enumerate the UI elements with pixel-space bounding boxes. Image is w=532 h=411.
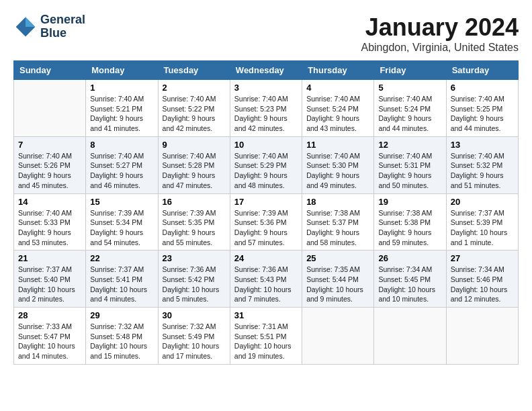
location: Abingdon, Virginia, United States [361, 42, 519, 54]
day-number: 10 [234, 140, 298, 150]
day-info: Sunrise: 7:39 AMSunset: 5:35 PMDaylight:… [163, 208, 226, 248]
day-info: Sunrise: 7:40 AMSunset: 5:30 PMDaylight:… [306, 151, 369, 191]
calendar-cell [14, 80, 86, 137]
day-number: 15 [90, 197, 153, 207]
calendar-cell: 22 Sunrise: 7:37 AMSunset: 5:41 PMDaylig… [86, 250, 158, 308]
day-number: 5 [378, 83, 441, 93]
day-info: Sunrise: 7:40 AMSunset: 5:27 PMDaylight:… [90, 151, 153, 191]
day-info: Sunrise: 7:34 AMSunset: 5:45 PMDaylight:… [378, 265, 441, 304]
day-info: Sunrise: 7:37 AMSunset: 5:39 PMDaylight:… [451, 208, 514, 248]
calendar-cell: 1 Sunrise: 7:40 AMSunset: 5:21 PMDayligh… [86, 80, 158, 137]
calendar-cell: 2 Sunrise: 7:40 AMSunset: 5:22 PMDayligh… [158, 80, 230, 137]
calendar-cell: 25 Sunrise: 7:35 AMSunset: 5:44 PMDaylig… [302, 250, 374, 308]
calendar-cell: 30 Sunrise: 7:32 AMSunset: 5:49 PMDaylig… [158, 308, 230, 365]
logo-icon [13, 15, 38, 39]
day-number: 2 [163, 83, 226, 93]
day-number: 17 [234, 197, 298, 207]
calendar-cell: 19 Sunrise: 7:38 AMSunset: 5:38 PMDaylig… [374, 193, 446, 250]
calendar-cell: 21 Sunrise: 7:37 AMSunset: 5:40 PMDaylig… [14, 250, 86, 308]
calendar-cell: 9 Sunrise: 7:40 AMSunset: 5:28 PMDayligh… [158, 136, 230, 193]
calendar-cell [302, 308, 374, 365]
day-info: Sunrise: 7:36 AMSunset: 5:43 PMDaylight:… [234, 265, 298, 304]
day-number: 26 [378, 253, 441, 263]
calendar-cell: 12 Sunrise: 7:40 AMSunset: 5:31 PMDaylig… [374, 136, 446, 193]
day-number: 24 [234, 253, 298, 263]
calendar-cell: 8 Sunrise: 7:40 AMSunset: 5:27 PMDayligh… [86, 136, 158, 193]
day-number: 3 [234, 83, 298, 93]
day-number: 29 [90, 310, 153, 320]
calendar-cell: 15 Sunrise: 7:39 AMSunset: 5:34 PMDaylig… [86, 193, 158, 250]
calendar-cell: 28 Sunrise: 7:33 AMSunset: 5:47 PMDaylig… [14, 308, 86, 365]
day-info: Sunrise: 7:39 AMSunset: 5:34 PMDaylight:… [90, 208, 153, 248]
day-info: Sunrise: 7:40 AMSunset: 5:31 PMDaylight:… [378, 151, 441, 191]
day-info: Sunrise: 7:34 AMSunset: 5:46 PMDaylight:… [451, 265, 514, 304]
svg-marker-1 [26, 17, 35, 26]
calendar-cell: 13 Sunrise: 7:40 AMSunset: 5:32 PMDaylig… [446, 136, 518, 193]
day-info: Sunrise: 7:40 AMSunset: 5:33 PMDaylight:… [18, 208, 81, 248]
day-number: 14 [18, 197, 81, 207]
logo: General Blue [13, 13, 85, 40]
day-number: 22 [90, 253, 153, 263]
calendar-cell [374, 308, 446, 365]
calendar-cell: 27 Sunrise: 7:34 AMSunset: 5:46 PMDaylig… [446, 250, 518, 308]
day-info: Sunrise: 7:40 AMSunset: 5:21 PMDaylight:… [90, 94, 153, 134]
calendar-cell: 14 Sunrise: 7:40 AMSunset: 5:33 PMDaylig… [14, 193, 86, 250]
day-info: Sunrise: 7:40 AMSunset: 5:26 PMDaylight:… [18, 151, 81, 191]
calendar-cell: 7 Sunrise: 7:40 AMSunset: 5:26 PMDayligh… [14, 136, 86, 193]
day-number: 11 [306, 140, 369, 150]
calendar-cell: 3 Sunrise: 7:40 AMSunset: 5:23 PMDayligh… [230, 80, 302, 137]
calendar-cell: 26 Sunrise: 7:34 AMSunset: 5:45 PMDaylig… [374, 250, 446, 308]
day-number: 20 [451, 197, 514, 207]
weekday-header: Tuesday [158, 61, 230, 80]
day-info: Sunrise: 7:40 AMSunset: 5:28 PMDaylight:… [163, 151, 226, 191]
day-info: Sunrise: 7:36 AMSunset: 5:42 PMDaylight:… [163, 265, 226, 304]
day-number: 8 [90, 140, 153, 150]
day-number: 9 [163, 140, 226, 150]
day-info: Sunrise: 7:40 AMSunset: 5:29 PMDaylight:… [234, 151, 298, 191]
day-number: 4 [306, 83, 369, 93]
calendar-cell: 6 Sunrise: 7:40 AMSunset: 5:25 PMDayligh… [446, 80, 518, 137]
calendar-cell [446, 308, 518, 365]
day-number: 19 [378, 197, 441, 207]
calendar-cell: 24 Sunrise: 7:36 AMSunset: 5:43 PMDaylig… [230, 250, 302, 308]
day-number: 12 [378, 140, 441, 150]
month-title: January 2024 [361, 13, 519, 42]
day-info: Sunrise: 7:40 AMSunset: 5:25 PMDaylight:… [451, 94, 514, 134]
page-header: General Blue January 2024 Abingdon, Virg… [13, 13, 519, 54]
calendar-cell: 23 Sunrise: 7:36 AMSunset: 5:42 PMDaylig… [158, 250, 230, 308]
day-number: 21 [18, 253, 81, 263]
calendar-cell: 29 Sunrise: 7:32 AMSunset: 5:48 PMDaylig… [86, 308, 158, 365]
weekday-header: Sunday [14, 61, 86, 80]
weekday-header: Thursday [302, 61, 374, 80]
day-info: Sunrise: 7:40 AMSunset: 5:24 PMDaylight:… [378, 94, 441, 134]
calendar-table: SundayMondayTuesdayWednesdayThursdayFrid… [13, 60, 519, 365]
calendar-cell: 20 Sunrise: 7:37 AMSunset: 5:39 PMDaylig… [446, 193, 518, 250]
weekday-header: Monday [86, 61, 158, 80]
day-info: Sunrise: 7:40 AMSunset: 5:22 PMDaylight:… [163, 94, 226, 134]
calendar-cell: 10 Sunrise: 7:40 AMSunset: 5:29 PMDaylig… [230, 136, 302, 193]
day-number: 1 [90, 83, 153, 93]
weekday-header: Friday [374, 61, 446, 80]
day-number: 23 [163, 253, 226, 263]
weekday-header: Wednesday [230, 61, 302, 80]
day-info: Sunrise: 7:38 AMSunset: 5:38 PMDaylight:… [378, 208, 441, 248]
day-info: Sunrise: 7:32 AMSunset: 5:49 PMDaylight:… [163, 322, 226, 361]
title-block: January 2024 Abingdon, Virginia, United … [361, 13, 519, 54]
day-number: 27 [451, 253, 514, 263]
day-info: Sunrise: 7:35 AMSunset: 5:44 PMDaylight:… [306, 265, 369, 304]
weekday-header: Saturday [446, 61, 518, 80]
day-number: 31 [234, 310, 298, 320]
day-number: 7 [18, 140, 81, 150]
calendar-cell: 4 Sunrise: 7:40 AMSunset: 5:24 PMDayligh… [302, 80, 374, 137]
calendar-cell: 31 Sunrise: 7:31 AMSunset: 5:51 PMDaylig… [230, 308, 302, 365]
day-info: Sunrise: 7:31 AMSunset: 5:51 PMDaylight:… [234, 322, 298, 361]
day-number: 28 [18, 310, 81, 320]
day-number: 18 [306, 197, 369, 207]
day-info: Sunrise: 7:40 AMSunset: 5:24 PMDaylight:… [306, 94, 369, 134]
day-info: Sunrise: 7:37 AMSunset: 5:40 PMDaylight:… [18, 265, 81, 304]
calendar-cell: 11 Sunrise: 7:40 AMSunset: 5:30 PMDaylig… [302, 136, 374, 193]
day-number: 13 [451, 140, 514, 150]
day-info: Sunrise: 7:40 AMSunset: 5:23 PMDaylight:… [234, 94, 298, 134]
day-number: 30 [163, 310, 226, 320]
day-info: Sunrise: 7:40 AMSunset: 5:32 PMDaylight:… [451, 151, 514, 191]
